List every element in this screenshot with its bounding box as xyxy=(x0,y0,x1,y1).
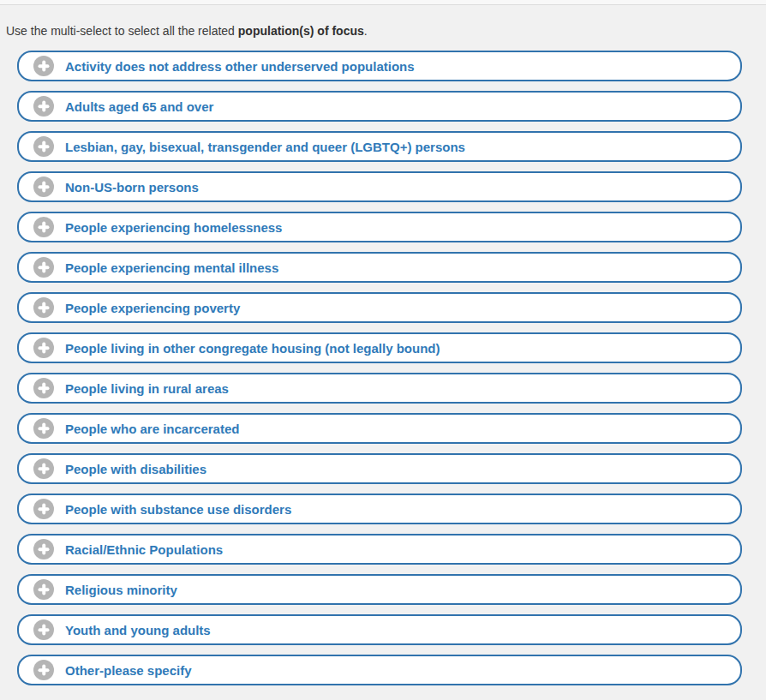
plus-icon xyxy=(33,96,54,117)
multiselect-option[interactable]: People who are incarcerated xyxy=(17,413,742,444)
multiselect-option[interactable]: People experiencing poverty xyxy=(17,292,742,323)
plus-icon xyxy=(33,619,54,640)
multiselect-option[interactable]: People living in rural areas xyxy=(17,373,742,404)
plus-icon xyxy=(33,378,54,398)
plus-icon xyxy=(33,217,54,237)
multiselect-option[interactable]: People experiencing homelessness xyxy=(17,212,742,242)
instruction-prefix: Use the multi-select to select all the r… xyxy=(6,24,238,38)
multiselect-option[interactable]: Religious minority xyxy=(17,574,742,605)
multiselect-option-label: Adults aged 65 and over xyxy=(65,99,213,114)
multiselect-option[interactable]: People with substance use disorders xyxy=(17,494,742,524)
plus-icon xyxy=(33,458,54,479)
multiselect-option-label: People with disabilities xyxy=(65,462,206,476)
instruction-text: Use the multi-select to select all the r… xyxy=(6,24,757,39)
multiselect-option[interactable]: People experiencing mental illness xyxy=(17,252,742,283)
plus-icon xyxy=(33,418,54,439)
multiselect-option[interactable]: Racial/Ethnic Populations xyxy=(17,534,742,565)
plus-icon xyxy=(33,176,54,197)
plus-icon xyxy=(33,660,54,680)
multiselect-option-label: Religious minority xyxy=(65,583,177,597)
plus-icon xyxy=(33,257,54,278)
population-focus-page: Use the multi-select to select all the r… xyxy=(0,0,766,700)
multiselect-option-label: Youth and young adults xyxy=(65,623,211,637)
multiselect-option[interactable]: Youth and young adults xyxy=(17,614,742,645)
multiselect-option[interactable]: Adults aged 65 and over xyxy=(17,91,742,122)
plus-icon xyxy=(33,338,54,358)
multiselect-option[interactable]: Other-please specify xyxy=(17,655,742,685)
multiselect-option[interactable]: Non-US-born persons xyxy=(17,171,742,202)
population-multiselect: Activity does not address other underser… xyxy=(17,51,742,685)
multiselect-option-label: Non-US-born persons xyxy=(65,180,199,194)
multiselect-option-label: People experiencing homelessness xyxy=(65,220,282,235)
instruction-bold: population(s) of focus xyxy=(238,24,364,38)
multiselect-option[interactable]: Activity does not address other underser… xyxy=(17,51,742,81)
multiselect-option-label: Racial/Ethnic Populations xyxy=(65,542,223,557)
multiselect-option-label: People with substance use disorders xyxy=(65,502,291,517)
multiselect-option-label: People living in other congregate housin… xyxy=(65,341,440,356)
multiselect-option-label: People living in rural areas xyxy=(65,381,229,396)
multiselect-option-label: Activity does not address other underser… xyxy=(65,59,415,74)
plus-icon xyxy=(33,539,54,559)
plus-icon xyxy=(33,136,54,157)
multiselect-option[interactable]: People living in other congregate housin… xyxy=(17,332,742,363)
multiselect-option-label: Other-please specify xyxy=(65,663,192,678)
instruction-suffix: . xyxy=(364,24,368,38)
plus-icon xyxy=(33,499,54,519)
plus-icon xyxy=(33,297,54,318)
multiselect-option-label: Lesbian, gay, bisexual, transgender and … xyxy=(65,140,465,154)
plus-icon xyxy=(33,56,54,76)
multiselect-option-label: People experiencing mental illness xyxy=(65,260,278,275)
plus-icon xyxy=(33,579,54,600)
multiselect-option[interactable]: Lesbian, gay, bisexual, transgender and … xyxy=(17,131,742,162)
top-divider xyxy=(0,0,766,5)
multiselect-option-label: People who are incarcerated xyxy=(65,422,239,436)
multiselect-option[interactable]: People with disabilities xyxy=(17,453,742,484)
multiselect-option-label: People experiencing poverty xyxy=(65,301,240,315)
